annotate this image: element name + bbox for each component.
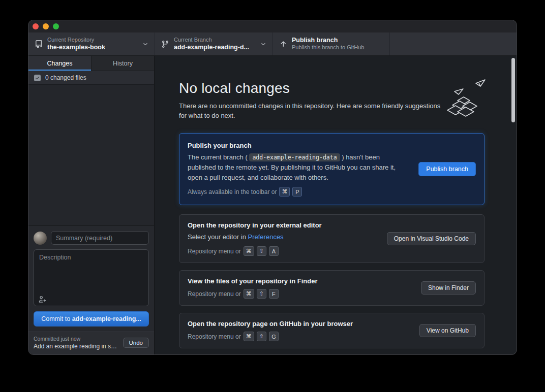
branch-icon [161,40,169,48]
changes-sidebar: Changes History 0 changed files [28,56,155,354]
undo-button[interactable]: Undo [123,338,149,348]
current-repository-value: the-examples-book [47,44,105,52]
zoom-window-button[interactable] [53,23,59,29]
add-coauthor-icon[interactable] [39,295,46,303]
editor-card-hint-text: Repository menu or [188,248,241,255]
minimize-window-button[interactable] [43,23,49,29]
f-key: F [269,289,279,299]
select-all-checkbox[interactable] [34,75,41,81]
avatar [34,232,47,245]
open-in-editor-card: Open the repository in your external edi… [179,214,485,263]
publish-card-body-pre: The current branch ( [188,153,248,161]
p-key: P [292,187,302,197]
view-on-github-button[interactable]: View on GitHub [419,324,476,337]
toolbar-empty-area [390,32,517,55]
changes-list-empty [28,85,154,225]
publish-card-hint-text: Always available in the toolbar or [188,188,277,195]
cmd-key: ⌘ [244,289,254,299]
shift-key: ⇧ [257,332,266,341]
editor-card-hint: Repository menu or ⌘ ⇧ A [188,246,378,256]
page-subtitle: There are no uncommitted changes in this… [179,102,448,121]
open-in-editor-button[interactable]: Open in Visual Studio Code [387,232,476,245]
publish-branch-toolbar-button[interactable]: Publish branch Publish this branch to Gi… [273,32,390,55]
current-branch-value: add-example-reading-d... [174,44,249,52]
publish-card-hint: Always available in the toolbar or ⌘ P [188,187,409,197]
last-commit-message: Add an example reading in semi-... [34,343,119,350]
close-window-button[interactable] [33,23,39,29]
arrow-up-icon [279,40,287,48]
finder-card-title: View the files of your repository in Fin… [188,277,412,285]
current-branch-label: Current Branch [174,37,249,44]
current-repository-label: Current Repository [47,37,105,44]
repo-icon [35,40,43,48]
github-card-hint-text: Repository menu or [188,333,241,340]
cmd-key: ⌘ [279,187,290,197]
preferences-link[interactable]: Preferences [248,233,284,241]
publish-branch-button[interactable]: Publish branch [418,162,476,176]
github-card-hint: Repository menu or ⌘ ⇧ G [188,332,410,341]
commit-button-branch: add-example-reading... [72,315,141,322]
editor-card-title: Open the repository in your external edi… [188,221,378,229]
finder-card-hint: Repository menu or ⌘ ⇧ F [188,289,412,299]
changed-files-header[interactable]: 0 changed files [28,71,154,85]
finder-card-hint-text: Repository menu or [188,290,241,298]
show-in-finder-button[interactable]: Show in Finder [421,281,476,295]
chevron-down-icon [142,41,148,47]
commit-button[interactable]: Commit to add-example-reading... [34,311,149,326]
cmd-key: ⌘ [244,332,254,341]
chevron-down-icon [260,41,266,47]
commit-summary-input[interactable] [51,231,149,245]
publish-branch-card: Publish your branch The current branch (… [179,133,485,205]
scrollbar[interactable] [511,58,515,122]
no-local-changes-view: No local changes There are no uncommitte… [155,56,517,354]
window-titlebar[interactable] [28,20,517,32]
view-on-github-card: Open the repository page on GitHub in yo… [179,313,485,348]
paper-airplanes-illustration [440,78,487,123]
editor-card-body: Select your editor in Preferences [188,232,378,242]
publish-branch-toolbar-title: Publish branch [292,37,364,45]
cmd-key: ⌘ [244,246,254,256]
branch-name-pill: add-example-reading-data [249,153,340,161]
commit-description-input[interactable] [34,250,148,306]
a-key: A [269,246,279,256]
publish-card-title: Publish your branch [188,142,409,149]
tab-history[interactable]: History [92,56,154,71]
commit-status-text: Committed just now [34,336,119,342]
shift-key: ⇧ [257,289,266,299]
traffic-lights [33,23,59,29]
publish-branch-toolbar-subtitle: Publish this branch to GitHub [292,44,364,51]
sidebar-tabs: Changes History [28,56,154,71]
github-desktop-window: Current Repository the-examples-book Cur… [28,20,517,354]
show-in-finder-card: View the files of your repository in Fin… [179,270,485,306]
current-branch-dropdown[interactable]: Current Branch add-example-reading-d... [155,32,273,55]
page-title: No local changes [179,80,485,96]
tab-changes[interactable]: Changes [28,56,92,71]
editor-card-body-pre: Select your editor in [188,233,248,241]
changed-files-count: 0 changed files [45,74,86,81]
toolbar: Current Repository the-examples-book Cur… [28,32,517,56]
github-card-title: Open the repository page on GitHub in yo… [188,320,410,328]
current-repository-dropdown[interactable]: Current Repository the-examples-book [28,32,155,55]
desktop-background: { "colors": { "accent_blue": "#2d7ce5", … [0,0,545,392]
publish-card-body: The current branch ( add-example-reading… [188,152,409,183]
g-key: G [269,332,279,341]
commit-form: Commit to add-example-reading... [28,225,154,332]
shift-key: ⇧ [257,246,266,256]
commit-description-box [34,249,149,306]
commit-button-prefix: Commit to [41,315,72,322]
undo-bar: Committed just now Add an example readin… [28,332,154,354]
